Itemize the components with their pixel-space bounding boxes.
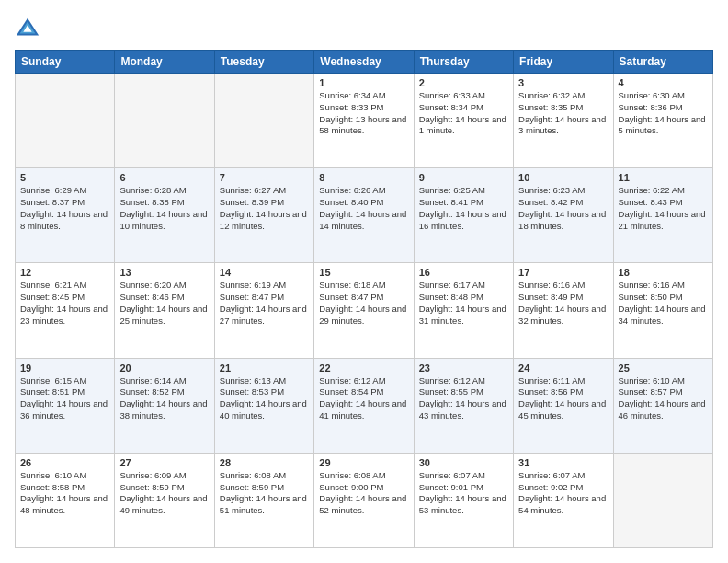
day-info: Sunrise: 6:34 AMSunset: 8:33 PMDaylight:… xyxy=(319,90,408,137)
day-info: Sunrise: 6:19 AMSunset: 8:47 PMDaylight:… xyxy=(220,280,309,327)
day-number: 15 xyxy=(319,267,408,278)
day-number: 8 xyxy=(319,172,408,183)
day-number: 24 xyxy=(518,362,608,373)
day-info: Sunrise: 6:09 AMSunset: 8:59 PMDaylight:… xyxy=(119,470,209,517)
calendar-day-cell: 22Sunrise: 6:12 AMSunset: 8:54 PMDayligh… xyxy=(314,358,414,453)
weekday-header-cell: Thursday xyxy=(414,51,513,74)
calendar-week-row: 5Sunrise: 6:29 AMSunset: 8:37 PMDaylight… xyxy=(16,168,713,263)
calendar-day-cell: 1Sunrise: 6:34 AMSunset: 8:33 PMDaylight… xyxy=(314,74,414,168)
day-info: Sunrise: 6:21 AMSunset: 8:45 PMDaylight:… xyxy=(20,280,109,327)
calendar-day-cell xyxy=(214,74,313,168)
day-number: 11 xyxy=(619,172,708,183)
day-number: 12 xyxy=(20,267,109,278)
calendar-day-cell xyxy=(16,74,115,168)
calendar-day-cell: 21Sunrise: 6:13 AMSunset: 8:53 PMDayligh… xyxy=(214,358,313,453)
day-info: Sunrise: 6:18 AMSunset: 8:47 PMDaylight:… xyxy=(319,280,408,327)
day-number: 25 xyxy=(619,362,708,373)
calendar-week-row: 12Sunrise: 6:21 AMSunset: 8:45 PMDayligh… xyxy=(16,263,713,358)
day-info: Sunrise: 6:07 AMSunset: 9:02 PMDaylight:… xyxy=(518,470,608,517)
weekday-header-cell: Sunday xyxy=(16,51,115,74)
calendar-body: 1Sunrise: 6:34 AMSunset: 8:33 PMDaylight… xyxy=(16,74,713,548)
calendar-day-cell: 6Sunrise: 6:28 AMSunset: 8:38 PMDaylight… xyxy=(115,168,214,263)
day-number: 13 xyxy=(119,267,209,278)
day-info: Sunrise: 6:12 AMSunset: 8:54 PMDaylight:… xyxy=(319,375,408,422)
calendar-day-cell: 8Sunrise: 6:26 AMSunset: 8:40 PMDaylight… xyxy=(314,168,414,263)
calendar-day-cell: 15Sunrise: 6:18 AMSunset: 8:47 PMDayligh… xyxy=(314,263,414,358)
day-info: Sunrise: 6:16 AMSunset: 8:50 PMDaylight:… xyxy=(619,280,708,327)
calendar-day-cell: 28Sunrise: 6:08 AMSunset: 8:59 PMDayligh… xyxy=(214,453,313,547)
calendar-day-cell: 16Sunrise: 6:17 AMSunset: 8:48 PMDayligh… xyxy=(414,263,513,358)
day-number: 2 xyxy=(419,77,508,88)
day-info: Sunrise: 6:08 AMSunset: 8:59 PMDaylight:… xyxy=(220,470,309,517)
logo-icon xyxy=(15,15,40,40)
day-number: 5 xyxy=(20,172,109,183)
day-info: Sunrise: 6:10 AMSunset: 8:57 PMDaylight:… xyxy=(619,375,708,422)
calendar-week-row: 1Sunrise: 6:34 AMSunset: 8:33 PMDaylight… xyxy=(16,74,713,168)
calendar-header: SundayMondayTuesdayWednesdayThursdayFrid… xyxy=(16,51,713,74)
day-number: 19 xyxy=(20,362,109,373)
day-info: Sunrise: 6:10 AMSunset: 8:58 PMDaylight:… xyxy=(20,470,109,517)
day-number: 28 xyxy=(220,457,309,468)
day-info: Sunrise: 6:23 AMSunset: 8:42 PMDaylight:… xyxy=(518,185,608,232)
day-info: Sunrise: 6:32 AMSunset: 8:35 PMDaylight:… xyxy=(518,90,608,137)
weekday-header-cell: Tuesday xyxy=(214,51,313,74)
page: SundayMondayTuesdayWednesdayThursdayFrid… xyxy=(0,0,728,563)
day-number: 1 xyxy=(319,77,408,88)
day-number: 4 xyxy=(619,77,708,88)
calendar-week-row: 19Sunrise: 6:15 AMSunset: 8:51 PMDayligh… xyxy=(16,358,713,453)
day-info: Sunrise: 6:07 AMSunset: 9:01 PMDaylight:… xyxy=(419,470,508,517)
day-number: 6 xyxy=(119,172,209,183)
day-info: Sunrise: 6:27 AMSunset: 8:39 PMDaylight:… xyxy=(220,185,309,232)
calendar-day-cell: 14Sunrise: 6:19 AMSunset: 8:47 PMDayligh… xyxy=(214,263,313,358)
calendar-day-cell: 4Sunrise: 6:30 AMSunset: 8:36 PMDaylight… xyxy=(613,74,712,168)
calendar-day-cell: 10Sunrise: 6:23 AMSunset: 8:42 PMDayligh… xyxy=(514,168,613,263)
calendar-day-cell: 29Sunrise: 6:08 AMSunset: 9:00 PMDayligh… xyxy=(314,453,414,547)
calendar-day-cell xyxy=(115,74,214,168)
calendar-day-cell: 26Sunrise: 6:10 AMSunset: 8:58 PMDayligh… xyxy=(16,453,115,547)
day-info: Sunrise: 6:14 AMSunset: 8:52 PMDaylight:… xyxy=(119,375,209,422)
weekday-header-cell: Wednesday xyxy=(314,51,414,74)
calendar-day-cell: 7Sunrise: 6:27 AMSunset: 8:39 PMDaylight… xyxy=(214,168,313,263)
day-number: 3 xyxy=(518,77,608,88)
calendar-day-cell: 12Sunrise: 6:21 AMSunset: 8:45 PMDayligh… xyxy=(16,263,115,358)
header xyxy=(15,15,713,40)
day-number: 7 xyxy=(220,172,309,183)
day-number: 14 xyxy=(220,267,309,278)
day-info: Sunrise: 6:20 AMSunset: 8:46 PMDaylight:… xyxy=(119,280,209,327)
day-number: 26 xyxy=(20,457,109,468)
day-info: Sunrise: 6:15 AMSunset: 8:51 PMDaylight:… xyxy=(20,375,109,422)
calendar-day-cell: 24Sunrise: 6:11 AMSunset: 8:56 PMDayligh… xyxy=(514,358,613,453)
day-info: Sunrise: 6:33 AMSunset: 8:34 PMDaylight:… xyxy=(419,90,508,137)
calendar-day-cell: 11Sunrise: 6:22 AMSunset: 8:43 PMDayligh… xyxy=(613,168,712,263)
logo xyxy=(15,15,44,40)
weekday-header-cell: Friday xyxy=(514,51,613,74)
day-number: 21 xyxy=(220,362,309,373)
calendar-day-cell: 9Sunrise: 6:25 AMSunset: 8:41 PMDaylight… xyxy=(414,168,513,263)
calendar-day-cell: 5Sunrise: 6:29 AMSunset: 8:37 PMDaylight… xyxy=(16,168,115,263)
weekday-header-row: SundayMondayTuesdayWednesdayThursdayFrid… xyxy=(16,51,713,74)
calendar-day-cell xyxy=(613,453,712,547)
weekday-header-cell: Saturday xyxy=(613,51,712,74)
calendar-day-cell: 13Sunrise: 6:20 AMSunset: 8:46 PMDayligh… xyxy=(115,263,214,358)
day-info: Sunrise: 6:11 AMSunset: 8:56 PMDaylight:… xyxy=(518,375,608,422)
day-number: 20 xyxy=(119,362,209,373)
calendar-day-cell: 18Sunrise: 6:16 AMSunset: 8:50 PMDayligh… xyxy=(613,263,712,358)
day-number: 22 xyxy=(319,362,408,373)
day-number: 18 xyxy=(619,267,708,278)
day-info: Sunrise: 6:17 AMSunset: 8:48 PMDaylight:… xyxy=(419,280,508,327)
day-info: Sunrise: 6:22 AMSunset: 8:43 PMDaylight:… xyxy=(619,185,708,232)
calendar-table: SundayMondayTuesdayWednesdayThursdayFrid… xyxy=(15,50,713,548)
calendar-day-cell: 30Sunrise: 6:07 AMSunset: 9:01 PMDayligh… xyxy=(414,453,513,547)
day-info: Sunrise: 6:30 AMSunset: 8:36 PMDaylight:… xyxy=(619,90,708,137)
day-info: Sunrise: 6:29 AMSunset: 8:37 PMDaylight:… xyxy=(20,185,109,232)
day-number: 10 xyxy=(518,172,608,183)
calendar-day-cell: 17Sunrise: 6:16 AMSunset: 8:49 PMDayligh… xyxy=(514,263,613,358)
calendar-week-row: 26Sunrise: 6:10 AMSunset: 8:58 PMDayligh… xyxy=(16,453,713,547)
calendar-day-cell: 23Sunrise: 6:12 AMSunset: 8:55 PMDayligh… xyxy=(414,358,513,453)
calendar-day-cell: 31Sunrise: 6:07 AMSunset: 9:02 PMDayligh… xyxy=(514,453,613,547)
calendar-day-cell: 27Sunrise: 6:09 AMSunset: 8:59 PMDayligh… xyxy=(115,453,214,547)
day-info: Sunrise: 6:13 AMSunset: 8:53 PMDaylight:… xyxy=(220,375,309,422)
weekday-header-cell: Monday xyxy=(115,51,214,74)
day-number: 16 xyxy=(419,267,508,278)
day-info: Sunrise: 6:08 AMSunset: 9:00 PMDaylight:… xyxy=(319,470,408,517)
